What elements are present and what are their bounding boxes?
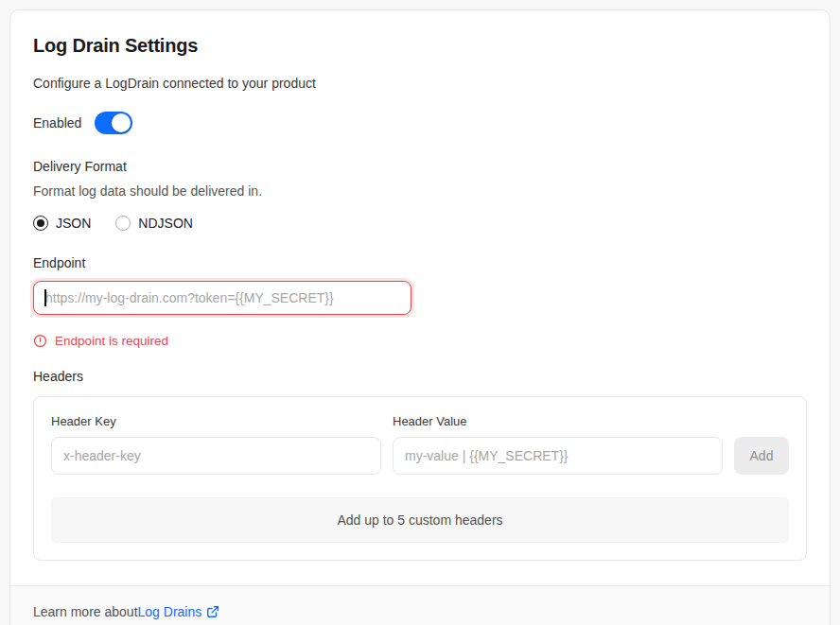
card-body: Log Drain Settings Configure a LogDrain … bbox=[10, 10, 830, 585]
header-value-label: Header Value bbox=[393, 414, 723, 428]
enabled-toggle[interactable] bbox=[95, 112, 132, 134]
headers-label: Headers bbox=[33, 369, 807, 384]
header-key-column: Header Key bbox=[51, 414, 381, 475]
endpoint-error-text: Endpoint is required bbox=[55, 334, 168, 348]
add-button-column: Add bbox=[734, 437, 789, 475]
delivery-format-label: Delivery Format bbox=[33, 159, 807, 174]
log-drain-settings-card: Log Drain Settings Configure a LogDrain … bbox=[9, 9, 831, 625]
header-value-column: Header Value bbox=[393, 414, 723, 475]
external-link-icon bbox=[206, 605, 219, 618]
delivery-format-radio-group: JSON NDJSON bbox=[33, 216, 807, 231]
add-header-button[interactable]: Add bbox=[734, 437, 789, 475]
radio-unchecked-icon[interactable] bbox=[115, 216, 131, 231]
footer-text: Learn more about bbox=[33, 604, 138, 619]
endpoint-label: Endpoint bbox=[33, 255, 807, 270]
radio-option-ndjson[interactable]: NDJSON bbox=[115, 216, 193, 231]
endpoint-error: Endpoint is required bbox=[33, 334, 807, 348]
subtitle: Configure a LogDrain connected to your p… bbox=[33, 76, 807, 91]
headers-form-row: Header Key Header Value Add bbox=[51, 414, 789, 475]
radio-label-ndjson: NDJSON bbox=[138, 216, 193, 231]
headers-hint-text: Add up to 5 custom headers bbox=[337, 512, 502, 528]
log-drains-link[interactable]: Log Drains bbox=[138, 604, 220, 619]
enabled-label: Enabled bbox=[33, 115, 81, 130]
header-key-input[interactable] bbox=[51, 437, 381, 475]
log-drains-link-label: Log Drains bbox=[138, 604, 202, 619]
endpoint-input-wrap bbox=[33, 281, 411, 315]
header-key-label: Header Key bbox=[51, 414, 381, 428]
headers-box: Header Key Header Value Add Add up to 5 … bbox=[33, 396, 807, 561]
header-value-input[interactable] bbox=[393, 437, 723, 475]
text-caret bbox=[44, 289, 46, 306]
endpoint-input[interactable] bbox=[33, 281, 411, 315]
delivery-format-description: Format log data should be delivered in. bbox=[33, 183, 807, 199]
radio-option-json[interactable]: JSON bbox=[33, 216, 91, 231]
toggle-knob-icon bbox=[112, 113, 131, 132]
page: Log Drain Settings Configure a LogDrain … bbox=[0, 0, 840, 625]
radio-label-json: JSON bbox=[56, 216, 91, 231]
headers-hint-bar: Add up to 5 custom headers bbox=[51, 497, 789, 543]
enabled-row: Enabled bbox=[33, 112, 807, 134]
radio-checked-icon[interactable] bbox=[33, 216, 48, 231]
alert-circle-icon bbox=[33, 334, 47, 348]
card-footer: Learn more aboutLog Drains bbox=[10, 585, 830, 625]
page-title: Log Drain Settings bbox=[33, 35, 807, 57]
